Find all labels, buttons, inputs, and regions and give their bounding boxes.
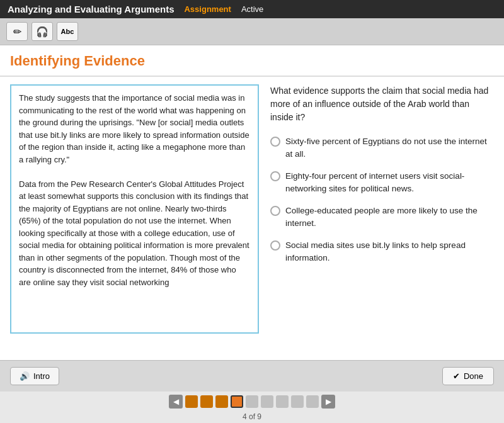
question-text: What evidence supports the claim that so… xyxy=(270,84,494,124)
prev-page-button[interactable]: ◀ xyxy=(169,395,183,409)
section-title: Identifying Evidence xyxy=(0,45,504,77)
option-4[interactable]: Social media sites use bit.ly links to h… xyxy=(270,239,494,264)
option-2-label: Eighty-four percent of internet users vi… xyxy=(285,170,494,195)
status-badge: Active xyxy=(241,4,263,14)
option-3[interactable]: College-educated people are more likely … xyxy=(270,205,494,229)
page-title: Analyzing and Evaluating Arguments xyxy=(8,4,174,14)
audio-button[interactable]: 🎧 xyxy=(32,22,53,41)
option-3-label: College-educated people are more likely … xyxy=(285,205,494,229)
page-dot-1[interactable] xyxy=(185,395,198,408)
top-header: Analyzing and Evaluating Arguments Assig… xyxy=(0,0,504,18)
assignment-label: Assignment xyxy=(184,4,231,14)
page-dot-4[interactable] xyxy=(231,395,243,408)
speaker-icon: 🔊 xyxy=(20,371,30,381)
headphones-icon: 🎧 xyxy=(36,26,49,38)
intro-label: Intro xyxy=(33,371,50,381)
radio-option-2[interactable] xyxy=(270,171,280,181)
dictionary-icon: Abc xyxy=(61,28,74,35)
option-4-label: Social media sites use bit.ly links to h… xyxy=(285,239,494,264)
option-1-label: Sixty-five percent of Egyptians do not u… xyxy=(285,135,494,160)
done-button[interactable]: ✔ Done xyxy=(442,367,494,385)
toolbar: ✏ 🎧 Abc xyxy=(0,18,504,45)
pencil-button[interactable]: ✏ xyxy=(6,22,28,41)
page-dot-7[interactable] xyxy=(276,395,289,408)
radio-option-4[interactable] xyxy=(270,240,280,251)
done-label: Done xyxy=(464,371,483,381)
pagination-dots: ◀ ▶ xyxy=(169,395,335,409)
main-body: The study suggests that the importance o… xyxy=(0,77,504,341)
page-dot-9[interactable] xyxy=(306,395,319,408)
bottom-bar: 🔊 Intro ✔ Done xyxy=(0,360,504,392)
option-1[interactable]: Sixty-five percent of Egyptians do not u… xyxy=(270,135,494,160)
questions-panel: What evidence supports the claim that so… xyxy=(265,77,504,341)
passage-box: The study suggests that the importance o… xyxy=(10,84,259,334)
radio-option-1[interactable] xyxy=(270,137,280,147)
dictionary-button[interactable]: Abc xyxy=(57,22,78,41)
radio-option-3[interactable] xyxy=(270,206,280,216)
intro-button[interactable]: 🔊 Intro xyxy=(10,367,59,385)
next-page-button[interactable]: ▶ xyxy=(321,395,335,409)
page-dot-8[interactable] xyxy=(291,395,304,408)
pencil-icon: ✏ xyxy=(13,26,21,38)
check-icon: ✔ xyxy=(453,371,460,381)
page-dot-3[interactable] xyxy=(215,395,228,408)
page-counter: 4 of 9 xyxy=(243,412,261,421)
option-2[interactable]: Eighty-four percent of internet users vi… xyxy=(270,170,494,195)
content-area: Identifying Evidence The study suggests … xyxy=(0,45,504,360)
page-dot-5[interactable] xyxy=(246,395,258,408)
passage-paragraph-2: Data from the Pew Research Center's Glob… xyxy=(19,178,250,289)
pagination: ◀ ▶ 4 of 9 xyxy=(0,392,504,423)
passage-paragraph-1: The study suggests that the importance o… xyxy=(19,92,250,166)
page-dot-6[interactable] xyxy=(261,395,273,408)
page-dot-2[interactable] xyxy=(200,395,213,408)
